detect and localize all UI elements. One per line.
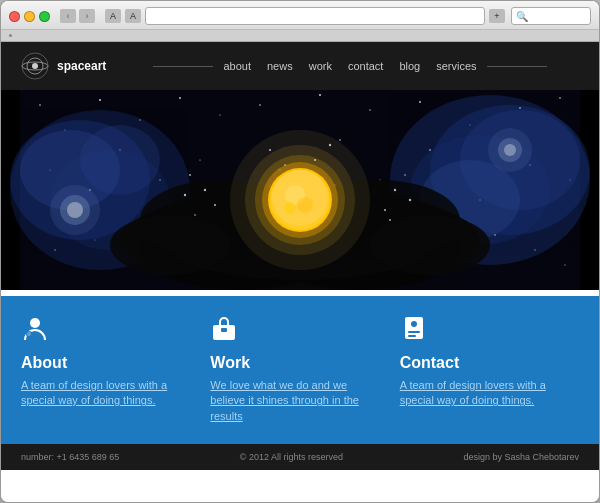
nav-about[interactable]: about [223,60,251,72]
work-icon [210,314,379,348]
logo-text: spaceart [57,59,106,73]
browser-window: ‹ › A A + spaceart [0,0,600,503]
svg-point-85 [488,128,532,172]
svg-point-113 [409,199,411,201]
add-tab-button[interactable]: + [489,9,505,23]
site-footer: number: +1 6435 689 65 © 2012 All rights… [1,444,599,470]
svg-point-77 [50,185,100,235]
nav-services[interactable]: services [436,60,476,72]
work-card: Work We love what we do and we believe i… [200,314,389,424]
about-title: About [21,354,190,372]
contact-link[interactable]: A team of design lovers with a special w… [400,378,569,409]
browser-toolbar: A A + [105,7,505,25]
browser-nav: ‹ › [60,9,95,23]
svg-point-114 [389,219,391,221]
svg-point-93 [110,215,230,275]
svg-point-111 [384,209,386,211]
font-large-button[interactable]: A [125,9,141,23]
window-controls [9,11,50,22]
svg-point-109 [189,174,191,176]
maximize-button[interactable] [39,11,50,22]
svg-point-11 [259,104,261,106]
font-small-button[interactable]: A [105,9,121,23]
browser-titlebar: ‹ › A A + [1,1,599,30]
logo-area: spaceart [21,52,121,80]
svg-point-9 [179,97,181,99]
cards-section: About A team of design lovers with a spe… [1,296,599,444]
svg-point-103 [297,197,313,213]
footer-credit: design by Sasha Chebotarev [463,452,579,462]
work-title: Work [210,354,379,372]
logo-icon [21,52,49,80]
svg-point-118 [314,159,316,161]
site-header: spaceart about news work contact blog se… [1,42,599,90]
browser-content: spaceart about news work contact blog se… [1,42,599,502]
nav-news[interactable]: news [267,60,293,72]
svg-point-12 [319,94,321,96]
space-illustration [1,90,599,290]
browser-tabbar [1,30,599,42]
svg-point-3 [32,63,38,69]
svg-point-116 [329,144,331,146]
nav-blog[interactable]: blog [399,60,420,72]
svg-point-17 [559,97,561,99]
back-button[interactable]: ‹ [60,9,76,23]
svg-point-119 [30,318,40,328]
about-icon [21,314,190,348]
svg-point-105 [204,189,206,191]
contact-icon [400,314,569,348]
svg-point-121 [27,332,31,336]
about-card: About A team of design lovers with a spe… [21,314,200,424]
svg-point-13 [369,109,370,110]
svg-point-25 [339,139,341,141]
work-link[interactable]: We love what we do and we believe it shi… [210,378,379,424]
address-bar[interactable] [145,7,485,25]
svg-rect-122 [213,325,235,340]
svg-point-94 [370,215,490,275]
nav-contact[interactable]: contact [348,60,383,72]
site-nav: about news work contact blog services [121,60,579,72]
nav-links: about news work contact blog services [213,60,486,72]
about-link[interactable]: A team of design lovers with a special w… [21,378,190,409]
svg-point-106 [214,204,216,206]
svg-point-108 [184,194,186,196]
svg-point-117 [284,164,286,166]
svg-point-22 [199,159,200,160]
tab-indicator [9,34,12,37]
nav-line-right [487,66,547,67]
svg-point-107 [194,214,196,216]
svg-point-125 [411,321,417,327]
svg-rect-123 [221,328,227,332]
svg-point-39 [564,264,565,265]
hero-section [1,90,599,290]
svg-point-10 [219,114,220,115]
footer-phone: number: +1 6435 689 65 [21,452,119,462]
contact-title: Contact [400,354,569,372]
svg-point-74 [80,125,160,195]
minimize-button[interactable] [24,11,35,22]
search-input[interactable] [511,7,591,25]
svg-point-112 [404,174,406,176]
svg-point-115 [269,149,271,151]
close-button[interactable] [9,11,20,22]
contact-card: Contact A team of design lovers with a s… [390,314,579,424]
footer-copyright: © 2012 All rights reserved [240,452,343,462]
svg-rect-127 [408,335,416,337]
svg-point-110 [394,189,396,191]
svg-point-104 [284,202,296,214]
forward-button[interactable]: › [79,9,95,23]
svg-point-7 [99,99,101,101]
nav-work[interactable]: work [309,60,332,72]
svg-point-14 [419,101,421,103]
nav-line-left [153,66,213,67]
svg-point-5 [39,104,41,106]
